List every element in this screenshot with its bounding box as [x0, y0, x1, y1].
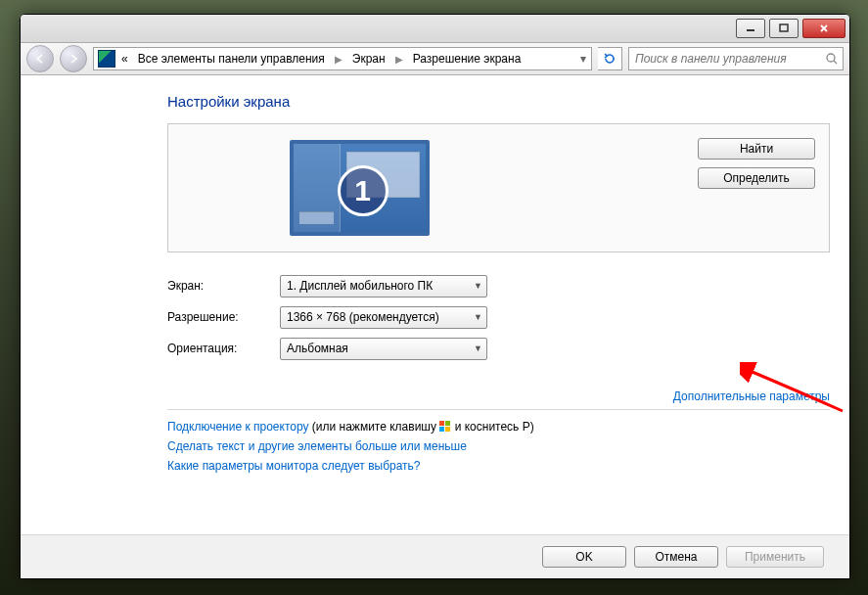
projector-link[interactable]: Подключение к проектору [167, 420, 309, 434]
chevron-down-icon: ▼ [474, 343, 482, 353]
chevron-right-icon: ▶ [391, 54, 407, 65]
search-input[interactable] [633, 51, 825, 67]
resolution-value: 1366 × 768 (рекомендуется) [287, 310, 439, 324]
close-button[interactable] [802, 19, 845, 38]
projector-hint-before: (или нажмите клавишу [309, 420, 440, 434]
windows-key-icon [439, 421, 451, 433]
svg-point-2 [827, 54, 835, 62]
orientation-label: Ориентация: [167, 342, 280, 355]
page-heading: Настройки экрана [167, 93, 830, 110]
dialog-button-bar: OK Отмена Применить [21, 534, 849, 578]
chevron-down-icon: ▼ [474, 312, 482, 322]
display-preview-box: 1 Найти Определить [167, 123, 830, 252]
detect-button[interactable]: Найти [698, 138, 815, 160]
refresh-button[interactable] [598, 47, 622, 70]
breadcrumb-display[interactable]: Экран [348, 52, 389, 66]
which-monitor-link[interactable]: Какие параметры монитора следует выбрать… [167, 459, 421, 473]
breadcrumb-prefix: « [117, 52, 132, 66]
maximize-button[interactable] [769, 19, 799, 38]
back-button[interactable] [26, 45, 54, 72]
orientation-value: Альбомная [287, 342, 348, 355]
search-icon [825, 52, 839, 66]
display-value: 1. Дисплей мобильного ПК [287, 279, 433, 293]
display-label: Экран: [167, 279, 280, 293]
projector-hint-after: и коснитесь P) [451, 420, 533, 434]
svg-rect-1 [780, 24, 788, 31]
resolution-label: Разрешение: [167, 310, 280, 324]
display-number-badge: 1 [338, 165, 388, 216]
ok-button[interactable]: OK [542, 546, 626, 568]
display-thumbnail[interactable]: 1 [290, 140, 430, 236]
svg-rect-0 [747, 29, 754, 31]
chevron-right-icon: ▶ [331, 54, 346, 65]
address-dropdown-icon[interactable]: ▾ [575, 52, 591, 66]
orientation-dropdown[interactable]: Альбомная ▼ [280, 338, 487, 360]
breadcrumb-root[interactable]: Все элементы панели управления [134, 52, 329, 66]
advanced-settings-link[interactable]: Дополнительные параметры [673, 389, 830, 403]
cancel-button[interactable]: Отмена [634, 546, 718, 568]
breadcrumb-resolution[interactable]: Разрешение экрана [409, 52, 525, 66]
control-panel-window: « Все элементы панели управления ▶ Экран… [20, 14, 850, 579]
identify-button[interactable]: Определить [698, 167, 815, 189]
svg-line-3 [834, 61, 837, 64]
apply-button: Применить [726, 546, 824, 568]
separator [167, 409, 830, 410]
minimize-button[interactable] [736, 19, 765, 38]
search-box[interactable] [628, 47, 844, 70]
control-panel-icon [98, 50, 115, 68]
resolution-dropdown[interactable]: 1366 × 768 (рекомендуется) ▼ [280, 306, 487, 329]
navigation-bar: « Все элементы панели управления ▶ Экран… [21, 43, 849, 75]
text-size-link[interactable]: Сделать текст и другие элементы больше и… [167, 439, 467, 453]
main-content: Настройки экрана 1 Найти Определить Экра… [21, 75, 849, 578]
window-titlebar [21, 15, 849, 43]
address-bar[interactable]: « Все элементы панели управления ▶ Экран… [93, 47, 592, 70]
forward-button[interactable] [60, 45, 87, 72]
chevron-down-icon: ▼ [474, 281, 482, 291]
display-dropdown[interactable]: 1. Дисплей мобильного ПК ▼ [280, 275, 487, 298]
